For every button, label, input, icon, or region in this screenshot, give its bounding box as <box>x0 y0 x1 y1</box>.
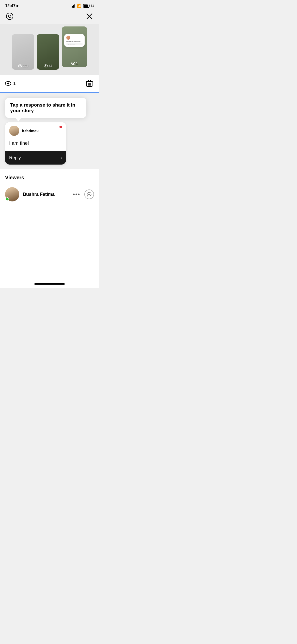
response-message: I am fine! <box>5 138 66 151</box>
story-thumb-3[interactable]: How are you doing today? Type something.… <box>62 26 87 67</box>
viewer-name: Bushra Fatima <box>23 192 69 197</box>
signal-bars-icon <box>71 4 75 8</box>
reply-label: Reply <box>9 155 21 160</box>
home-indicator <box>34 283 65 285</box>
delete-story-button[interactable] <box>85 79 94 88</box>
story-question-text: How are you doing today? <box>66 40 83 42</box>
response-avatar <box>9 126 19 136</box>
story-question-bubble: How are you doing today? Type something.… <box>64 34 85 47</box>
story-count-2: 42 <box>44 64 52 68</box>
viewer-count: 1 <box>5 81 16 86</box>
viewer-item: Bushra Fatima ••• <box>5 186 94 203</box>
messenger-button[interactable] <box>84 189 94 199</box>
online-status-dot <box>6 197 9 201</box>
battery-percent: 71 <box>91 4 94 8</box>
tooltip-text: Tap a response to share it in your story <box>10 102 75 113</box>
story-thumb-2[interactable]: 42 <box>37 34 59 70</box>
bottom-spacer <box>0 207 99 278</box>
tooltip-section: Tap a response to share it in your story <box>0 93 99 118</box>
story-question-avatar <box>66 36 70 40</box>
response-card[interactable]: b.fatima9 I am fine! Reply › <box>5 122 66 165</box>
viewer-avatar-wrap <box>5 187 19 201</box>
more-options-button[interactable]: ••• <box>73 191 80 198</box>
viewers-section: Viewers Bushra Fatima ••• <box>0 169 99 207</box>
response-username: b.fatima9 <box>22 129 39 133</box>
story-count-1: 128 <box>18 64 28 68</box>
svg-point-4 <box>8 15 11 18</box>
eye-icon <box>5 81 11 86</box>
responses-section: b.fatima9 I am fine! Reply › <box>0 118 99 165</box>
svg-rect-2 <box>83 5 88 7</box>
stories-carousel: 128 42 How are you doing today? Type som… <box>0 24 99 75</box>
top-nav <box>0 10 99 24</box>
home-indicator-area <box>0 278 99 288</box>
response-card-header: b.fatima9 <box>5 122 66 138</box>
story-count-3: 1 <box>71 61 78 65</box>
chevron-right-icon: › <box>60 155 62 160</box>
svg-point-14 <box>7 83 9 84</box>
svg-rect-1 <box>89 5 90 7</box>
viewers-title: Viewers <box>5 175 94 181</box>
story-question-input: Type something... <box>66 43 83 45</box>
svg-point-8 <box>19 65 21 66</box>
status-icons: 📶 71 <box>71 4 94 8</box>
battery-icon: 71 <box>83 4 94 8</box>
story-thumb-1[interactable]: 128 <box>12 34 34 70</box>
svg-point-12 <box>72 63 74 64</box>
status-bar: 12:47 ▶ 📶 71 <box>0 0 99 10</box>
location-arrow-icon: ▶ <box>17 4 19 8</box>
viewer-actions: ••• <box>73 189 94 199</box>
close-button[interactable] <box>85 12 94 21</box>
response-new-dot <box>59 126 62 128</box>
carousel-triangle <box>45 70 54 75</box>
wifi-icon: 📶 <box>77 4 82 8</box>
tooltip-bubble: Tap a response to share it in your story <box>5 98 86 118</box>
svg-point-3 <box>6 13 13 20</box>
reply-button[interactable]: Reply › <box>5 151 66 165</box>
svg-point-10 <box>45 65 46 66</box>
viewer-bar: 1 <box>0 75 99 93</box>
viewer-count-number: 1 <box>13 81 16 86</box>
settings-button[interactable] <box>5 12 14 21</box>
clock: 12:47 <box>5 4 15 8</box>
status-time: 12:47 ▶ <box>5 4 19 8</box>
